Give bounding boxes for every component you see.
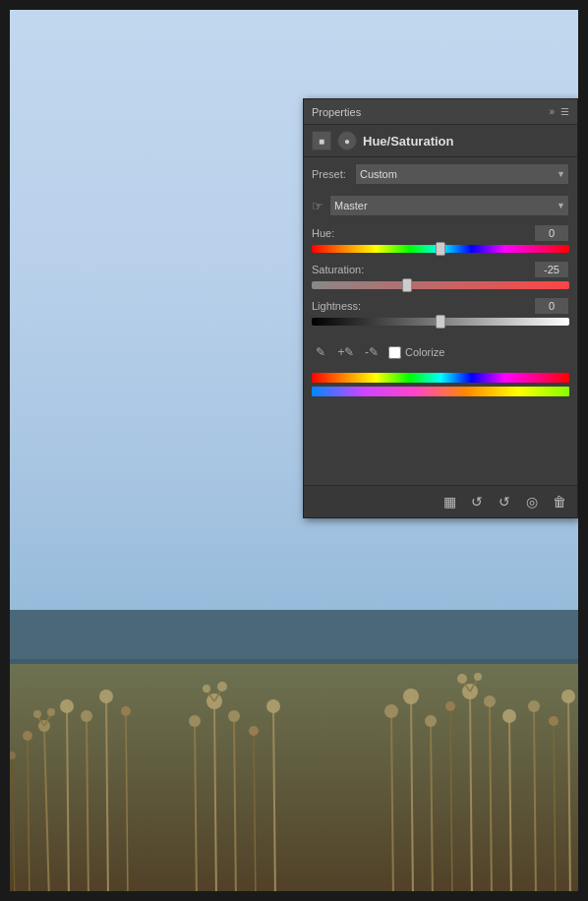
spectrum-adjusted-bar <box>312 387 569 396</box>
svg-point-14 <box>81 710 92 722</box>
lightness-track[interactable] <box>312 318 569 326</box>
panel-expand-icon[interactable]: » <box>549 106 555 117</box>
svg-point-55 <box>217 682 227 691</box>
saturation-thumb[interactable] <box>402 278 412 292</box>
hue-thumb[interactable] <box>436 242 445 256</box>
svg-point-51 <box>47 708 55 716</box>
channel-select[interactable]: MasterRedsYellowsGreensCyansBluesMagenta… <box>329 195 569 216</box>
saturation-value[interactable]: -25 <box>534 261 569 278</box>
delete-button[interactable]: 🗑 <box>550 492 569 511</box>
channel-row: ☞ MasterRedsYellowsGreensCyansBluesMagen… <box>304 191 577 220</box>
colorize-label[interactable]: Colorize <box>405 346 444 358</box>
field-plants <box>0 610 588 901</box>
eyedropper-icon[interactable]: ✎ <box>312 343 329 361</box>
svg-rect-0 <box>0 610 588 664</box>
saturation-track[interactable] <box>312 281 569 289</box>
preset-select[interactable]: CustomDefaultCyanotypeIncrease Saturatio… <box>355 163 569 185</box>
hand-tool-icon[interactable]: ☞ <box>312 199 323 213</box>
layer-icons-row: ■ ● Hue/Saturation <box>304 125 577 157</box>
svg-point-50 <box>33 710 41 718</box>
preset-select-wrapper[interactable]: CustomDefaultCyanotypeIncrease Saturatio… <box>355 163 569 185</box>
color-bars <box>304 367 577 406</box>
svg-point-59 <box>474 673 482 681</box>
svg-point-39 <box>403 689 419 704</box>
hue-value[interactable]: 0 <box>534 224 569 242</box>
svg-point-16 <box>99 690 113 703</box>
adjustment-icon[interactable]: ● <box>337 131 357 150</box>
lightness-thumb[interactable] <box>436 315 445 329</box>
preset-label: Preset: <box>312 168 349 180</box>
svg-point-13 <box>23 731 32 741</box>
hue-label: Hue: <box>312 227 334 239</box>
svg-point-54 <box>203 685 210 692</box>
panel-header-left: Properties <box>312 106 361 118</box>
colorize-checkbox-group[interactable]: Colorize <box>388 346 444 359</box>
svg-point-27 <box>266 699 280 713</box>
properties-panel: Properties » ☰ ■ ● Hue/Saturation Preset… <box>303 98 578 518</box>
panel-menu-icon[interactable]: ☰ <box>560 106 569 117</box>
visibility-previous-button[interactable]: ↺ <box>467 492 487 511</box>
svg-point-58 <box>457 674 467 684</box>
channel-select-wrapper[interactable]: MasterRedsYellowsGreensCyansBluesMagenta… <box>329 195 569 216</box>
svg-point-40 <box>425 715 437 727</box>
svg-point-17 <box>121 706 131 716</box>
section-title: Hue/Saturation <box>363 134 453 149</box>
svg-point-43 <box>484 695 496 707</box>
preset-row: Preset: CustomDefaultCyanotypeIncrease S… <box>304 157 577 191</box>
svg-point-46 <box>549 716 559 726</box>
lightness-slider-row: Lightness: 0 <box>312 297 569 326</box>
svg-point-23 <box>189 715 201 727</box>
svg-point-41 <box>445 701 455 711</box>
light-slider-header: Lightness: 0 <box>312 297 569 315</box>
hue-track[interactable] <box>312 245 569 253</box>
reset-button[interactable]: ↺ <box>495 492 514 511</box>
hue-slider-header: Hue: 0 <box>312 224 569 242</box>
saturation-slider-row: Saturation: -25 <box>312 261 569 289</box>
eyedropper-add-icon[interactable]: +✎ <box>337 343 355 361</box>
sliders-section: Hue: 0 Saturation: -25 Lightness: 0 <box>304 220 577 337</box>
panel-spacer <box>304 406 577 485</box>
spectrum-original-bar <box>312 373 569 383</box>
panel-header: Properties » ☰ <box>304 99 577 125</box>
lightness-value[interactable]: 0 <box>534 297 569 315</box>
hue-slider-row: Hue: 0 <box>312 224 569 253</box>
panel-header-right: » ☰ <box>549 106 569 117</box>
svg-point-44 <box>502 709 516 723</box>
clip-to-layer-button[interactable]: ▦ <box>440 492 459 511</box>
colorize-row: ✎ +✎ -✎ Colorize <box>304 337 577 367</box>
lightness-label: Lightness: <box>312 300 361 312</box>
toggle-visibility-button[interactable]: ◎ <box>522 492 542 511</box>
saturation-label: Saturation: <box>312 264 364 275</box>
svg-point-47 <box>561 690 575 703</box>
svg-point-12 <box>60 699 74 713</box>
svg-point-26 <box>249 726 259 736</box>
eyedropper-subtract-icon[interactable]: -✎ <box>363 343 381 361</box>
colorize-checkbox[interactable] <box>388 346 401 359</box>
layer-mask-icon[interactable]: ■ <box>312 131 331 150</box>
svg-point-38 <box>384 704 398 718</box>
panel-footer: ▦ ↺ ↺ ◎ 🗑 <box>304 485 577 517</box>
svg-point-25 <box>228 710 240 722</box>
sat-slider-header: Saturation: -25 <box>312 261 569 278</box>
svg-point-15 <box>8 751 16 759</box>
panel-title: Properties <box>312 106 361 118</box>
svg-point-45 <box>528 700 540 712</box>
